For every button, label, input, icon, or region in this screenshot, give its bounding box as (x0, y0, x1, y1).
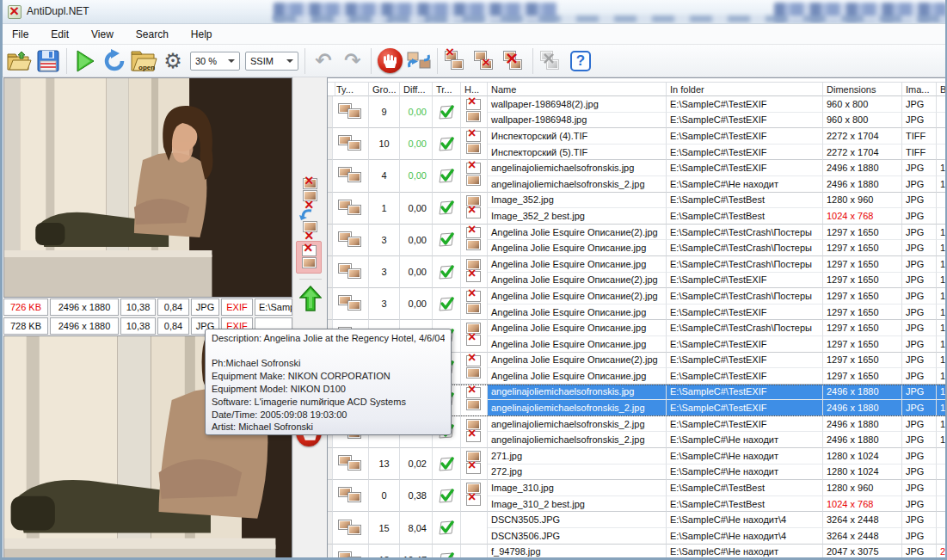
file-row[interactable]: Angelina Jolie Esquire Описание(2).jpgE:… (488, 225, 947, 241)
table-row[interactable]: 30,00×Angelina Jolie Esquire Описание(2)… (328, 225, 947, 256)
file-row[interactable]: angelinajoliemichaelsofronskis.jpgE:\Sam… (488, 385, 947, 401)
col-name[interactable]: Name (488, 83, 667, 96)
table-row[interactable]: 00,38×Image_310.jpgE:\SampleC#\TestBest1… (328, 480, 947, 512)
col-image-type[interactable]: Ima... (902, 83, 937, 96)
file-row[interactable]: Angelina Jolie Esquire Описание.jpgE:\Sa… (488, 305, 947, 321)
file-name: DSCN3505.JPG (488, 512, 667, 528)
algorithm-combobox[interactable]: SSIM (245, 52, 298, 71)
file-row[interactable]: angelinajoliemichaelsofronskis_2.jpgE:\S… (488, 176, 947, 193)
file-row[interactable]: angelinajoliemichaelsofronskis.jpgE:\Sam… (488, 160, 947, 176)
open-profile-button[interactable] (4, 46, 34, 76)
file-dimensions: 1024 x 768 (823, 496, 902, 513)
file-folder: E:\SampleC#\TestBest (667, 193, 823, 209)
start-search-button[interactable] (71, 46, 100, 76)
options-button[interactable]: ⚙ (158, 46, 188, 76)
delete-first-side-button[interactable]: × (296, 241, 322, 274)
open-paths-button[interactable]: open (129, 46, 158, 76)
stop-search-button[interactable] (375, 46, 404, 76)
transform-cell (433, 512, 461, 544)
dimensions-value: 2496 x 1880 (50, 298, 119, 316)
file-folder: E:\SampleC#\Не находит\4 (667, 512, 823, 528)
file-row[interactable]: Image_352_2 best.jpgE:\SampleC#\TestBest… (488, 208, 947, 225)
menu-view[interactable]: View (91, 28, 114, 40)
file-row[interactable]: angelinajoliemichaelsofronskis_2.jpgE:\S… (488, 400, 947, 416)
file-row[interactable]: Image_352.jpgE:\SampleC#\TestBest1280 x … (488, 193, 947, 209)
delete-both-button[interactable]: × (500, 46, 529, 76)
table-row[interactable]: 158,04DSCN3505.JPGE:\SampleC#\Не находит… (328, 512, 947, 544)
delete-first-button[interactable]: × (441, 46, 470, 76)
delete-mark-icon: × (466, 163, 481, 174)
save-profile-button[interactable] (34, 46, 63, 76)
file-row[interactable]: angelinajoliemichaelsofronskis_2.jpgE:\S… (488, 432, 947, 448)
file-row[interactable]: Angelina Jolie Esquire Описание.jpgE:\Sa… (488, 368, 947, 385)
menu-search[interactable]: Search (136, 28, 169, 40)
stop-hand-icon (378, 48, 403, 73)
col-blockiness[interactable]: Block (937, 83, 947, 96)
file-name: Angelina Jolie Esquire Описание(2).jpg (488, 225, 667, 241)
file-format: JPG (902, 528, 937, 545)
first-image-preview[interactable] (3, 77, 292, 298)
table-row[interactable]: 1810,47f_94798.jpgE:\SampleC#\Не находит… (328, 545, 947, 560)
mark-as-mistake-button[interactable]: × (537, 46, 566, 76)
menu-help[interactable]: Help (191, 28, 212, 40)
exchange-paths-button[interactable] (404, 46, 434, 76)
menu-bar: File Edit View Search Help (0, 24, 947, 45)
blurring-value: 0,84 (157, 298, 189, 316)
file-row[interactable]: Angelina Jolie Esquire Описание.jpgE:\Sa… (488, 320, 947, 336)
table-row[interactable]: 130,02×271.jpgE:\SampleC#\Не находит1280… (328, 448, 947, 480)
file-row[interactable]: Image_310_2 best.jpgE:\SampleC#\TestBest… (488, 496, 947, 513)
file-blockiness: 1 (937, 305, 947, 321)
file-row[interactable]: Angelina Jolie Esquire Описание(2).jpgE:… (488, 353, 947, 369)
help-button[interactable]: ? (566, 46, 595, 76)
rename-first-to-second-button[interactable]: × (298, 208, 323, 234)
delete-mark-icon: × (466, 291, 481, 302)
file-row[interactable]: Angelina Jolie Esquire Описание(2).jpgE:… (488, 288, 947, 305)
menu-edit[interactable]: Edit (51, 28, 69, 40)
file-row[interactable]: Инспекторский (4).TIFE:\SampleC#\TestEXI… (488, 128, 947, 145)
table-row[interactable]: 90,00×wallpaper-1986948(2).jpgE:\SampleC… (328, 96, 947, 128)
delete-both-side-button[interactable]: × × (298, 177, 323, 203)
file-row[interactable]: angelinajoliemichaelsofronskis_2.jpgE:\S… (488, 416, 947, 433)
file-row[interactable]: wallpaper-1986948.jpgE:\SampleC#\TestEXI… (488, 113, 947, 129)
redo-button[interactable]: ↷ (338, 46, 367, 76)
table-row[interactable]: 40,00×angelinajoliemichaelsofronskis.jpg… (328, 160, 947, 192)
zoom-combobox[interactable]: 30 % (190, 52, 240, 71)
file-name: 271.jpg (488, 448, 667, 465)
refresh-results-button[interactable] (100, 46, 129, 76)
file-dimensions: 1297 x 1650 (823, 320, 902, 336)
file-row[interactable]: wallpaper-1986948(2).jpgE:\SampleC#\Test… (488, 96, 947, 113)
file-format: TIFF (902, 128, 937, 145)
file-row[interactable]: 272.jpgE:\SampleC#\Не находит1280 x 1024… (488, 465, 947, 481)
previous-pair-button[interactable] (298, 286, 323, 311)
col-dimensions[interactable]: Dimensions (823, 83, 902, 96)
col-in-folder[interactable]: In folder (667, 83, 823, 96)
file-row[interactable]: Angelina Jolie Esquire Описание.jpgE:\Sa… (488, 256, 947, 273)
col-difference[interactable]: Diff... (400, 83, 433, 96)
file-row[interactable]: DSCN3506.JPGE:\SampleC#\Не находит\43264… (488, 528, 947, 545)
table-row[interactable]: 10,00×Image_352.jpgE:\SampleC#\TestBest1… (328, 193, 947, 225)
file-row[interactable]: Angelina Jolie Esquire Описание(2).jpgE:… (488, 273, 947, 289)
delete-mark-icon: × (466, 271, 481, 282)
group-cell: 3 (369, 256, 400, 288)
file-row[interactable]: f_94798.jpgE:\SampleC#\Не находит2047 x … (488, 545, 947, 560)
delete-second-button[interactable]: × (470, 46, 500, 76)
delete-mark-icon: × (466, 131, 481, 142)
col-hint[interactable]: H... (461, 83, 488, 96)
file-name: Angelina Jolie Esquire Описание.jpg (488, 240, 667, 256)
table-row[interactable]: 30,00×Angelina Jolie Esquire Описание.jp… (328, 256, 947, 288)
file-row[interactable]: Инспекторский (5).TIFE:\SampleC#\TestEXI… (488, 145, 947, 161)
undo-button[interactable]: ↶ (309, 46, 338, 76)
col-transform[interactable]: Tr... (433, 83, 461, 96)
file-row[interactable]: DSCN3505.JPGE:\SampleC#\Не находит\43264… (488, 512, 947, 528)
col-group[interactable]: Gro... (369, 83, 400, 96)
col-type[interactable]: Ty... (333, 83, 369, 96)
menu-file[interactable]: File (12, 28, 28, 40)
file-row[interactable]: Angelina Jolie Esquire Описание.jpgE:\Sa… (488, 336, 947, 353)
file-row[interactable]: Image_310.jpgE:\SampleC#\TestBest1280 x … (488, 480, 947, 496)
file-blockiness: 1 (937, 353, 947, 369)
file-row[interactable]: Angelina Jolie Esquire Описание.jpgE:\Sa… (488, 240, 947, 256)
table-row[interactable]: 100,00×Инспекторский (4).TIFE:\SampleC#\… (328, 128, 947, 160)
table-row[interactable]: 30,00×Angelina Jolie Esquire Описание(2)… (328, 288, 947, 320)
file-row[interactable]: 271.jpgE:\SampleC#\Не находит1280 x 1024… (488, 448, 947, 465)
file-format: JPG (902, 273, 937, 289)
